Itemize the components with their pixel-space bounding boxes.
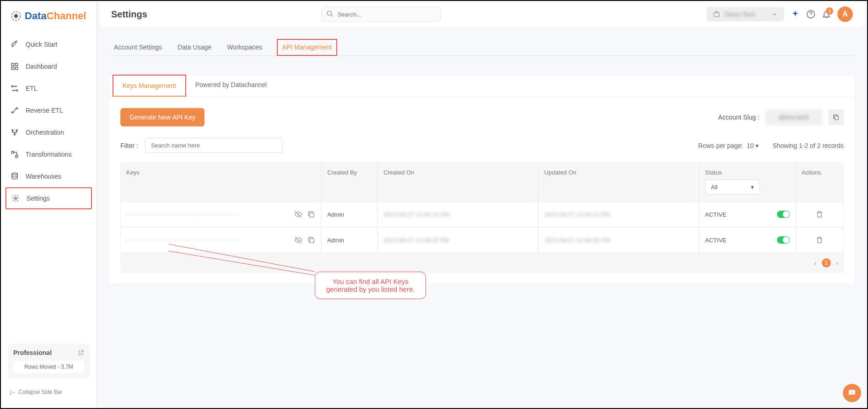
next-page[interactable]: › xyxy=(836,260,838,267)
status-value: ACTIVE xyxy=(705,237,772,244)
sidebar-item-label: Dashboard xyxy=(26,63,57,70)
svg-line-24 xyxy=(168,251,315,275)
chevron-down-icon: ▾ xyxy=(751,184,754,191)
filter-label: Filter : xyxy=(120,142,138,149)
database-icon xyxy=(10,172,19,181)
svg-point-26 xyxy=(852,392,852,393)
delete-button[interactable] xyxy=(815,210,824,218)
search-icon xyxy=(326,10,334,17)
th-status: Status All▾ xyxy=(699,162,796,202)
created-by: Admin xyxy=(321,202,377,227)
generate-api-key-button[interactable]: Generate New API Key xyxy=(120,108,205,126)
reverse-etl-icon xyxy=(10,106,19,115)
collapse-sidebar[interactable]: |← Collapse Side Bar xyxy=(8,385,90,399)
copy-key-button[interactable] xyxy=(307,236,315,244)
copy-key-button[interactable] xyxy=(307,210,315,218)
tab-data-usage[interactable]: Data Usage xyxy=(177,39,212,55)
filter-input[interactable] xyxy=(145,138,282,153)
account-slug-value: demo-tech xyxy=(765,109,823,125)
th-updated-on: Updated On xyxy=(538,162,699,202)
svg-point-27 xyxy=(853,392,854,393)
annotation-line xyxy=(168,244,319,276)
sidebar-item-warehouses[interactable]: Warehouses xyxy=(1,165,97,187)
plan-box: Professional Rows Moved - 3.7M xyxy=(8,344,90,378)
status-filter-select[interactable]: All▾ xyxy=(705,180,760,195)
svg-point-15 xyxy=(12,173,17,175)
external-link-icon[interactable] xyxy=(78,349,84,356)
search-box xyxy=(322,7,441,22)
updated-on: 2023-08-07 14:08:00 PM xyxy=(544,237,610,244)
logo[interactable]: DataChannel xyxy=(1,10,97,33)
sidebar-item-label: Quick Start xyxy=(26,41,57,48)
tab-api-management[interactable]: API Management xyxy=(277,39,337,56)
svg-point-8 xyxy=(11,112,13,113)
notifications-button[interactable]: 2 xyxy=(822,10,831,19)
svg-point-12 xyxy=(14,134,16,135)
sidebar-item-label: ETL xyxy=(26,85,38,92)
prev-page[interactable]: ‹ xyxy=(814,260,816,267)
logo-icon xyxy=(10,10,22,22)
nav: Quick Start Dashboard ETL Reverse ETL Or… xyxy=(1,33,97,344)
eye-off-icon[interactable] xyxy=(294,210,302,218)
showing-records: Showing 1-2 of 2 records xyxy=(772,142,844,149)
search-input[interactable] xyxy=(322,7,441,22)
api-panel: Keys Management Powered by Datachannel G… xyxy=(108,74,856,285)
updated-on: 2023-08-07 13:44:24 PM xyxy=(544,211,610,218)
sidebar-item-label: Settings xyxy=(27,195,50,202)
created-on: 2023-08-07 13:44:24 PM xyxy=(383,211,449,218)
th-created-on: Created On xyxy=(377,162,538,202)
logo-text-1: Data xyxy=(25,10,47,22)
tab-workspaces[interactable]: Workspaces xyxy=(226,39,263,55)
svg-line-23 xyxy=(168,244,315,272)
svg-rect-22 xyxy=(310,239,314,243)
svg-point-6 xyxy=(11,86,13,87)
sidebar-item-settings[interactable]: Settings xyxy=(5,187,92,209)
sidebar-item-dashboard[interactable]: Dashboard xyxy=(1,55,97,77)
chevron-down-icon xyxy=(771,11,778,17)
status-toggle[interactable] xyxy=(777,211,790,218)
subtab-keys-management[interactable]: Keys Management xyxy=(113,75,186,97)
annotation-callout: You can find all API Keys generated by y… xyxy=(315,272,426,299)
sparkle-icon[interactable] xyxy=(791,10,800,19)
gear-icon xyxy=(11,194,20,203)
status-value: ACTIVE xyxy=(705,211,772,218)
svg-rect-13 xyxy=(11,151,14,153)
sidebar-item-transformations[interactable]: Transformations xyxy=(1,143,97,165)
th-actions: Actions xyxy=(796,162,844,202)
sidebar-item-etl[interactable]: ETL xyxy=(1,77,97,99)
delete-button[interactable] xyxy=(815,236,824,244)
svg-rect-21 xyxy=(310,213,314,217)
tab-account-settings[interactable]: Account Settings xyxy=(113,39,163,55)
chat-button[interactable] xyxy=(843,384,861,402)
eye-off-icon[interactable] xyxy=(294,236,302,244)
status-toggle[interactable] xyxy=(777,236,790,244)
svg-rect-18 xyxy=(714,13,719,17)
sidebar-item-orchestration[interactable]: Orchestration xyxy=(1,121,97,143)
notif-badge: 2 xyxy=(826,7,833,15)
plan-title: Professional xyxy=(13,349,52,356)
svg-point-9 xyxy=(16,108,18,109)
transformations-icon xyxy=(10,150,19,159)
copy-slug-button[interactable] xyxy=(828,109,844,125)
chevron-down-icon[interactable]: ▾ xyxy=(755,142,759,149)
sidebar-item-quick-start[interactable]: Quick Start xyxy=(1,33,97,55)
logo-text-2: Channel xyxy=(47,10,86,22)
rows-per-page-value[interactable]: 10 xyxy=(747,142,754,149)
briefcase-icon xyxy=(713,11,720,18)
orchestration-icon xyxy=(10,128,19,137)
subtab-powered-by[interactable]: Powered by Datachannel xyxy=(186,75,276,96)
sidebar-item-label: Reverse ETL xyxy=(26,107,63,114)
svg-rect-5 xyxy=(16,67,18,70)
current-page[interactable]: 1 xyxy=(822,258,831,267)
workspace-selector[interactable]: Demo Tech xyxy=(706,7,784,22)
help-icon[interactable] xyxy=(806,10,815,19)
sidebar-item-reverse-etl[interactable]: Reverse ETL xyxy=(1,99,97,121)
svg-point-11 xyxy=(16,130,17,131)
svg-rect-3 xyxy=(16,63,18,65)
svg-point-1 xyxy=(14,14,18,18)
avatar[interactable]: A xyxy=(837,6,853,22)
sidebar-item-label: Transformations xyxy=(26,151,72,158)
svg-point-10 xyxy=(12,130,13,131)
main: Settings Demo Tech 2 A xyxy=(97,1,867,408)
workspace-name: Demo Tech xyxy=(725,11,767,18)
